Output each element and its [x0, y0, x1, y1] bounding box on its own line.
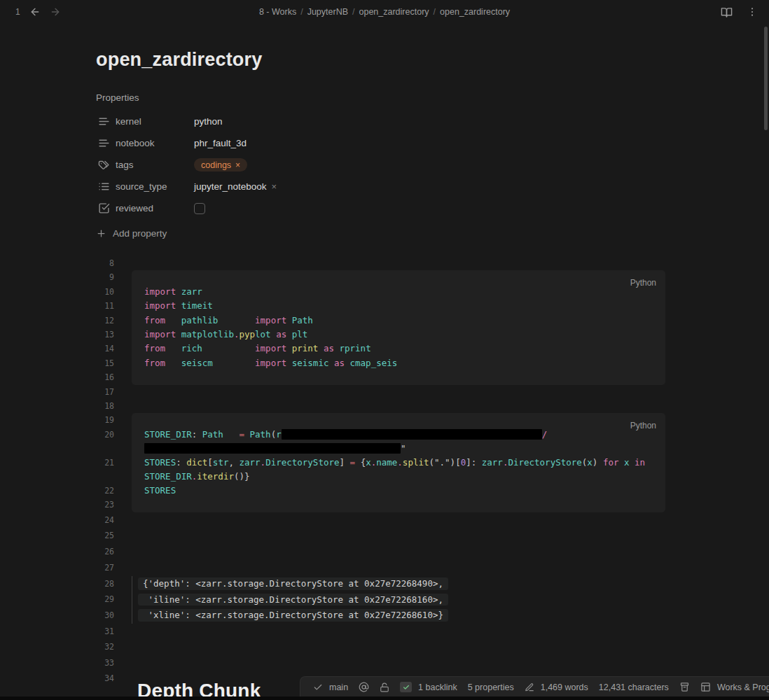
code-text: STORE_DIR.iterdir()}: [144, 470, 665, 484]
property-value[interactable]: jupyter_notebook: [194, 181, 267, 192]
editor-line-21[interactable]: 21STORES: dict[str, zarr.DirectoryStore]…: [96, 456, 665, 484]
editor-line-30[interactable]: 30 'xline': <zarr.storage.DirectoryStore…: [96, 608, 665, 624]
tag-remove-icon[interactable]: ×: [235, 160, 240, 170]
properties-header[interactable]: Properties: [96, 92, 665, 103]
workspace-switcher[interactable]: Works & Progress: [700, 682, 769, 692]
value-remove-icon[interactable]: ×: [272, 181, 277, 192]
editor-line-31[interactable]: 31: [96, 624, 665, 640]
output-line[interactable]: {'depth': <zarr.storage.DirectoryStore a…: [132, 576, 665, 592]
property-value[interactable]: python: [194, 116, 223, 127]
breadcrumb[interactable]: 8 - Works/JupyterNB/open_zardirectory/op…: [259, 7, 510, 17]
output-line[interactable]: 'iline': <zarr.storage.DirectoryStore at…: [132, 592, 665, 608]
code-block-line[interactable]: STORE_DIR: Path = Path(r/": [132, 428, 665, 456]
editor-line-22[interactable]: 22STORES: [96, 484, 665, 498]
archive-icon[interactable]: [679, 682, 690, 692]
editor-line-15[interactable]: 15from seiscm import seismic as cmap_sei…: [96, 356, 665, 370]
line-number: 30: [96, 608, 114, 624]
property-key[interactable]: tags: [116, 160, 194, 170]
blank-line[interactable]: [132, 399, 665, 413]
editor-line-17[interactable]: 17: [96, 385, 665, 399]
editor-line-11[interactable]: 11import timeit: [96, 299, 665, 313]
code-block-line[interactable]: from pathlib import Path: [132, 314, 665, 328]
editor-line-33[interactable]: 33: [96, 655, 665, 671]
editor-line-19[interactable]: 19Python: [96, 413, 665, 427]
tag-pill[interactable]: codings×: [194, 158, 247, 172]
breadcrumb-segment[interactable]: open_zardirectory: [440, 7, 510, 17]
line-number: 15: [96, 356, 114, 370]
property-value[interactable]: phr_fault_3d: [194, 138, 247, 148]
code-block-line[interactable]: import zarr: [132, 285, 665, 299]
editor-line-9[interactable]: 9Python: [96, 270, 665, 284]
editor-line-8[interactable]: 8: [96, 256, 665, 270]
code-block-line[interactable]: [132, 370, 665, 384]
editor-line-28[interactable]: 28{'depth': <zarr.storage.DirectoryStore…: [96, 576, 665, 592]
editor-line-24[interactable]: 24: [96, 512, 665, 528]
blank-line[interactable]: [132, 560, 665, 576]
line-number: 9: [96, 270, 114, 284]
editor-line-16[interactable]: 16: [96, 370, 665, 384]
output-line[interactable]: 'xline': <zarr.storage.DirectoryStore at…: [132, 608, 665, 624]
lock-open-icon[interactable]: [380, 682, 389, 692]
editor-line-18[interactable]: 18: [96, 399, 665, 413]
blank-line[interactable]: [132, 655, 665, 671]
code-block-line[interactable]: import timeit: [132, 299, 665, 313]
blank-line[interactable]: [132, 639, 665, 655]
blank-line[interactable]: [132, 528, 665, 544]
blank-line[interactable]: [132, 544, 665, 560]
editor[interactable]: 89Python10import zarr11import timeit12fr…: [96, 256, 665, 700]
property-key[interactable]: source_type: [116, 181, 194, 192]
blank-line[interactable]: [132, 624, 665, 640]
note-pane: open_zardirectory Properties kernelpytho…: [0, 49, 665, 239]
breadcrumb-segment[interactable]: JupyterNB: [307, 7, 348, 17]
blank-line[interactable]: [132, 512, 665, 528]
code-block-line[interactable]: Python: [132, 270, 665, 284]
more-options-icon[interactable]: [747, 6, 758, 18]
editor-line-26[interactable]: 26: [96, 544, 665, 560]
blank-line[interactable]: [132, 256, 665, 270]
reading-mode-icon[interactable]: [721, 6, 733, 18]
code-block-line[interactable]: from rich import print as rprint: [132, 342, 665, 356]
editor-line-23[interactable]: 23: [96, 498, 665, 512]
code-block-line[interactable]: [132, 498, 665, 512]
property-key[interactable]: kernel: [116, 116, 194, 127]
page-title[interactable]: open_zardirectory: [96, 49, 665, 71]
word-count[interactable]: 1,469 words: [525, 682, 588, 692]
line-number: 11: [96, 299, 114, 313]
editor-line-14[interactable]: 14from rich import print as rprint: [96, 342, 665, 356]
code-block-line[interactable]: import matplotlib.pyplot as plt: [132, 328, 665, 342]
editor-line-25[interactable]: 25: [96, 528, 665, 544]
blank-line[interactable]: [132, 385, 665, 399]
editor-line-32[interactable]: 32: [96, 639, 665, 655]
editor-line-12[interactable]: 12from pathlib import Path: [96, 314, 665, 328]
characters-count[interactable]: 12,431 characters: [599, 682, 669, 692]
property-key[interactable]: reviewed: [116, 203, 194, 214]
breadcrumb-segment[interactable]: open_zardirectory: [359, 7, 429, 17]
editor-line-29[interactable]: 29 'iline': <zarr.storage.DirectoryStore…: [96, 592, 665, 608]
back-icon[interactable]: [29, 6, 41, 18]
breadcrumb-segment[interactable]: 8 - Works: [259, 7, 296, 17]
line-number: 14: [96, 342, 114, 356]
backlinks-status[interactable]: 1 backlink: [400, 682, 457, 692]
code-block-line[interactable]: from seiscm import seismic as cmap_seis: [132, 356, 665, 370]
code-text: [144, 413, 665, 427]
property-key[interactable]: notebook: [116, 138, 194, 148]
at-sign-icon[interactable]: [359, 682, 369, 692]
properties-count[interactable]: 5 properties: [468, 682, 514, 692]
reviewed-checkbox[interactable]: [194, 203, 205, 214]
property-row-notebook: notebookphr_fault_3d: [96, 132, 665, 154]
editor-line-10[interactable]: 10import zarr: [96, 285, 665, 299]
line-number: 33: [96, 655, 114, 671]
code-block-line[interactable]: STORES: [132, 484, 665, 498]
folder-check-icon: [400, 682, 412, 692]
editor-line-13[interactable]: 13import matplotlib.pyplot as plt: [96, 328, 665, 342]
sync-status[interactable]: main: [313, 682, 348, 692]
tags-icon: [98, 159, 110, 171]
code-block-line[interactable]: Python: [132, 413, 665, 427]
editor-line-20[interactable]: 20STORE_DIR: Path = Path(r/": [96, 428, 665, 456]
scrollbar-thumb[interactable]: [764, 27, 768, 130]
editor-line-27[interactable]: 27: [96, 560, 665, 576]
text-icon: [98, 115, 110, 127]
code-block-line[interactable]: STORES: dict[str, zarr.DirectoryStore] =…: [132, 456, 665, 484]
forward-icon[interactable]: [50, 6, 61, 18]
add-property-button[interactable]: Add property: [96, 228, 665, 239]
